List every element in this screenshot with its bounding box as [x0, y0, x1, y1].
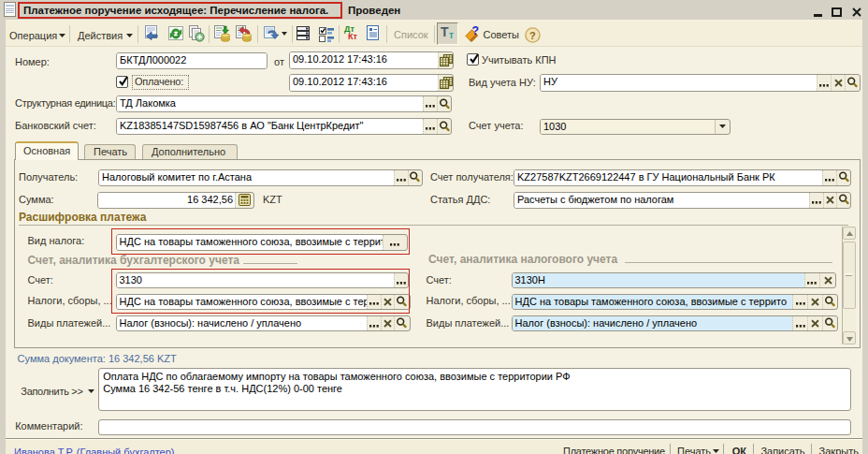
svg-text:?: ?	[472, 24, 480, 37]
svg-text:?: ?	[529, 30, 536, 41]
